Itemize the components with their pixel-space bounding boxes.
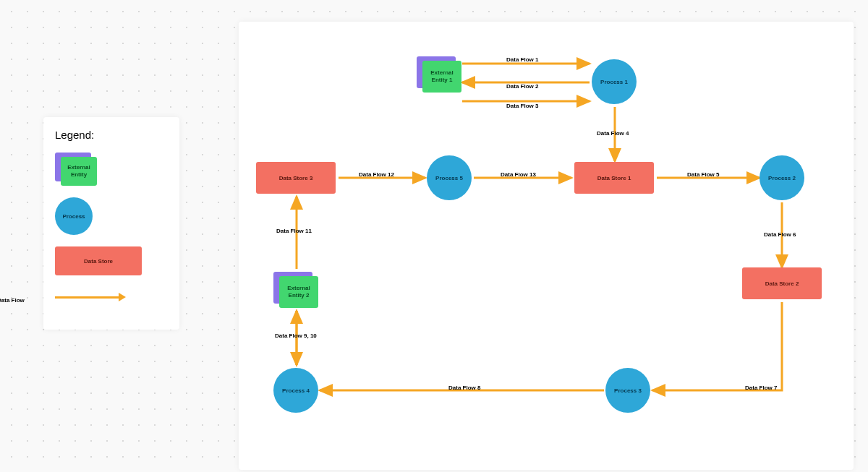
node-label: Process 4 <box>282 387 310 394</box>
legend-process-label: Process <box>62 213 85 220</box>
node-label: Process 3 <box>614 387 642 394</box>
node-label: External Entity 1 <box>422 61 461 93</box>
flow-label-5: Data Flow 5 <box>687 171 719 178</box>
flow-label-11: Data Flow 11 <box>276 228 312 234</box>
flow-label-3: Data Flow 3 <box>506 103 538 109</box>
flow-label-8: Data Flow 8 <box>448 385 480 391</box>
node-label: Data Store 1 <box>597 175 631 181</box>
node-data-store-1[interactable]: Data Store 1 <box>574 162 654 194</box>
flow-label-4: Data Flow 4 <box>597 130 629 137</box>
diagram-canvas[interactable]: External Entity 1 Process 1 Data Store 3… <box>239 22 854 470</box>
legend-card: Legend: External Entity Process Data Sto… <box>43 117 179 330</box>
legend-item-external-entity: External Entity <box>55 153 168 186</box>
legend-data-store-label: Data Store <box>84 258 113 265</box>
legend-item-data-store: Data Store <box>55 246 168 275</box>
node-process-2[interactable]: Process 2 <box>760 155 804 200</box>
legend-item-data-flow: Data Flow <box>55 293 168 304</box>
legend-title: Legend: <box>55 129 168 141</box>
flow-label-7: Data Flow 7 <box>745 385 777 391</box>
process-icon: Process <box>55 197 93 235</box>
flow-label-9-10: Data Flow 9, 10 <box>275 332 317 339</box>
flow-arrows <box>239 22 854 470</box>
node-data-store-3[interactable]: Data Store 3 <box>256 162 336 194</box>
legend-item-process: Process <box>55 197 168 235</box>
node-label: Process 5 <box>435 175 463 181</box>
flow-label-6: Data Flow 6 <box>764 231 796 238</box>
node-external-entity-1[interactable]: External Entity 1 <box>417 56 461 94</box>
node-label: Data Store 2 <box>765 280 799 287</box>
node-label: Data Store 3 <box>279 175 313 181</box>
node-process-1[interactable]: Process 1 <box>592 59 637 104</box>
flow-label-1: Data Flow 1 <box>506 56 538 63</box>
data-store-icon: Data Store <box>55 246 142 275</box>
node-external-entity-2[interactable]: External Entity 2 <box>273 272 318 309</box>
node-process-5[interactable]: Process 5 <box>427 155 472 200</box>
external-entity-icon: External Entity <box>55 153 97 186</box>
legend-external-entity-label: External Entity <box>61 157 97 186</box>
node-process-3[interactable]: Process 3 <box>605 368 650 413</box>
node-process-4[interactable]: Process 4 <box>273 368 318 413</box>
node-label: External Entity 2 <box>279 276 318 308</box>
page: Legend: External Entity Process Data Sto… <box>0 0 868 472</box>
flow-label-13: Data Flow 13 <box>501 171 536 178</box>
flow-label-2: Data Flow 2 <box>506 83 538 90</box>
node-label: Process 1 <box>600 79 628 85</box>
flow-label-12: Data Flow 12 <box>359 171 394 178</box>
node-label: Process 2 <box>768 175 796 181</box>
legend-data-flow-label: Data Flow <box>0 297 168 304</box>
node-data-store-2[interactable]: Data Store 2 <box>742 267 822 299</box>
